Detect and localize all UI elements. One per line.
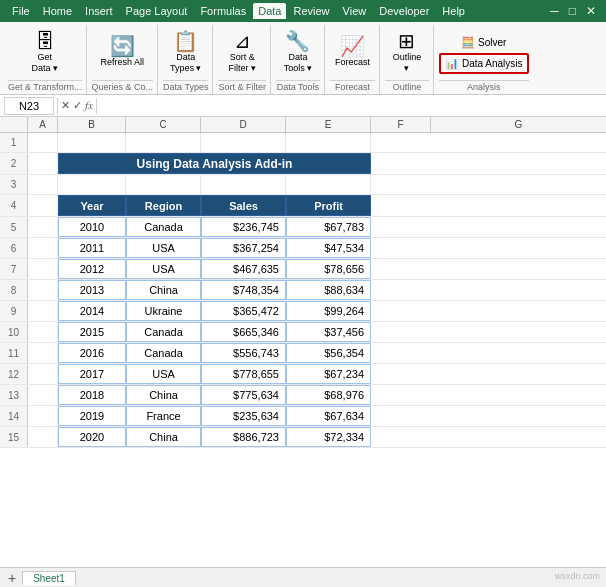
menu-item-review[interactable]: Review — [287, 3, 335, 19]
cell-profit[interactable]: $37,456 — [286, 322, 371, 342]
cell[interactable] — [28, 175, 58, 194]
cell-year[interactable]: 2014 — [58, 301, 126, 321]
menu-item-formulas[interactable]: Formulas — [194, 3, 252, 19]
menu-item-data[interactable]: Data — [253, 3, 286, 19]
cell-year[interactable]: 2011 — [58, 238, 126, 258]
cell[interactable] — [371, 238, 606, 258]
cell[interactable] — [371, 259, 606, 279]
cell[interactable] — [286, 133, 371, 152]
data-tools-button[interactable]: 🔧 DataTools ▾ — [276, 28, 320, 77]
cell[interactable] — [371, 217, 606, 237]
cell[interactable] — [371, 322, 606, 342]
menu-item-developer[interactable]: Developer — [373, 3, 435, 19]
cell-reference-input[interactable] — [4, 97, 54, 115]
cell[interactable] — [28, 385, 58, 405]
cell-year[interactable]: 2015 — [58, 322, 126, 342]
col-header-g[interactable]: G — [431, 117, 606, 132]
cell-profit[interactable]: $67,783 — [286, 217, 371, 237]
sheet-tab-sheet1[interactable]: Sheet1 — [22, 571, 76, 585]
cell-sales[interactable]: $236,745 — [201, 217, 286, 237]
cell[interactable] — [371, 406, 606, 426]
cell-sales[interactable]: $467,635 — [201, 259, 286, 279]
cell-header-profit[interactable]: Profit — [286, 195, 371, 216]
cell[interactable] — [371, 153, 606, 174]
cell-sales[interactable]: $365,472 — [201, 301, 286, 321]
menu-item-pagelayout[interactable]: Page Layout — [120, 3, 194, 19]
col-header-c[interactable]: C — [126, 117, 201, 132]
cell-year[interactable]: 2018 — [58, 385, 126, 405]
cell-region[interactable]: Canada — [126, 343, 201, 363]
cell-header-year[interactable]: Year — [58, 195, 126, 216]
cell[interactable] — [28, 406, 58, 426]
cell[interactable] — [371, 280, 606, 300]
cell-profit[interactable]: $67,234 — [286, 364, 371, 384]
menu-item-insert[interactable]: Insert — [79, 3, 119, 19]
col-header-f[interactable]: F — [371, 117, 431, 132]
outline-button[interactable]: ⊞ Outline▾ — [385, 28, 429, 77]
data-types-button[interactable]: 📋 DataTypes ▾ — [165, 28, 207, 77]
cell-profit[interactable]: $67,634 — [286, 406, 371, 426]
cell[interactable] — [28, 280, 58, 300]
cell[interactable] — [28, 427, 58, 447]
cell[interactable] — [371, 175, 606, 194]
cell-profit[interactable]: $68,976 — [286, 385, 371, 405]
cell[interactable] — [28, 364, 58, 384]
cell-profit[interactable]: $88,634 — [286, 280, 371, 300]
data-analysis-button[interactable]: 📊 Data Analysis — [439, 53, 529, 74]
formula-input[interactable] — [100, 97, 602, 115]
cell-sales[interactable]: $886,723 — [201, 427, 286, 447]
col-header-b[interactable]: B — [58, 117, 126, 132]
cell[interactable] — [58, 175, 126, 194]
cell[interactable] — [28, 238, 58, 258]
cell-year[interactable]: 2012 — [58, 259, 126, 279]
cell[interactable] — [28, 195, 58, 216]
cell-year[interactable]: 2016 — [58, 343, 126, 363]
menu-item-home[interactable]: Home — [37, 3, 78, 19]
menu-item-help[interactable]: Help — [436, 3, 471, 19]
cell-sales[interactable]: $778,655 — [201, 364, 286, 384]
forecast-button[interactable]: 📈 Forecast — [330, 33, 375, 71]
solver-button[interactable]: 🧮 Solver — [457, 34, 510, 51]
cell[interactable] — [286, 175, 371, 194]
cell-sales[interactable]: $665,346 — [201, 322, 286, 342]
cell-region[interactable]: USA — [126, 238, 201, 258]
cell[interactable] — [28, 322, 58, 342]
col-header-d[interactable]: D — [201, 117, 286, 132]
cell[interactable] — [371, 385, 606, 405]
close-icon[interactable]: ✕ — [582, 4, 600, 18]
insert-function-icon[interactable]: 𝑓𝑥 — [85, 99, 93, 112]
cell-profit[interactable]: $47,534 — [286, 238, 371, 258]
cell[interactable] — [371, 301, 606, 321]
cell-sales[interactable]: $775,634 — [201, 385, 286, 405]
cell[interactable] — [28, 343, 58, 363]
col-header-e[interactable]: E — [286, 117, 371, 132]
cell-year[interactable]: 2019 — [58, 406, 126, 426]
cell-profit[interactable]: $56,354 — [286, 343, 371, 363]
cell-region[interactable]: France — [126, 406, 201, 426]
menu-item-file[interactable]: File — [6, 3, 36, 19]
cell[interactable] — [371, 427, 606, 447]
cell-profit[interactable]: $78,656 — [286, 259, 371, 279]
cell[interactable] — [371, 364, 606, 384]
cell-year[interactable]: 2017 — [58, 364, 126, 384]
cell-region[interactable]: Canada — [126, 217, 201, 237]
cell-year[interactable]: 2013 — [58, 280, 126, 300]
col-header-a[interactable]: A — [28, 117, 58, 132]
maximize-icon[interactable]: □ — [565, 4, 580, 18]
cell-sales[interactable]: $235,634 — [201, 406, 286, 426]
cell[interactable] — [28, 301, 58, 321]
cell[interactable] — [28, 259, 58, 279]
cell[interactable] — [28, 133, 58, 152]
cell[interactable] — [371, 343, 606, 363]
cell-year[interactable]: 2020 — [58, 427, 126, 447]
cell[interactable] — [371, 195, 606, 216]
sort-filter-button[interactable]: ⊿ Sort &Filter ▾ — [220, 28, 264, 77]
cell-year[interactable]: 2010 — [58, 217, 126, 237]
cell-sales[interactable]: $748,354 — [201, 280, 286, 300]
cell[interactable] — [58, 133, 126, 152]
cell[interactable] — [201, 133, 286, 152]
cell[interactable] — [201, 175, 286, 194]
cell-profit[interactable]: $99,264 — [286, 301, 371, 321]
cell-region[interactable]: China — [126, 280, 201, 300]
cell-title[interactable]: Using Data Analysis Add-in — [58, 153, 371, 174]
